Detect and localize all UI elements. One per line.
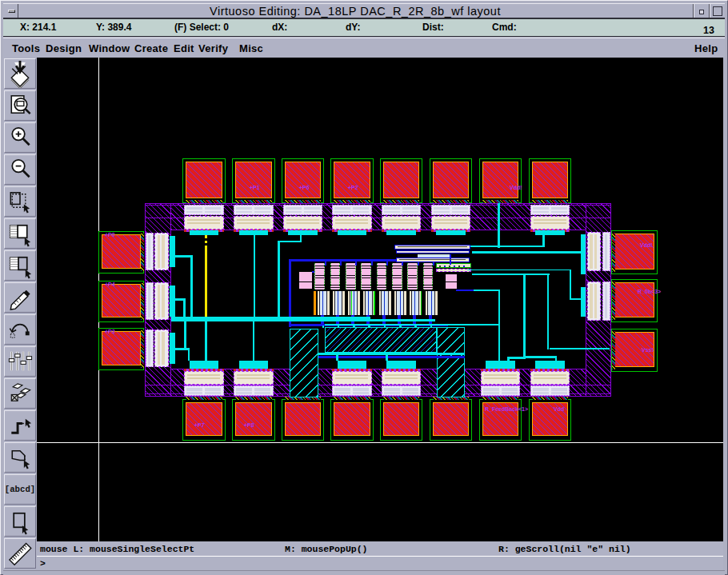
svg-text:[abcd]: [abcd]	[5, 485, 35, 494]
